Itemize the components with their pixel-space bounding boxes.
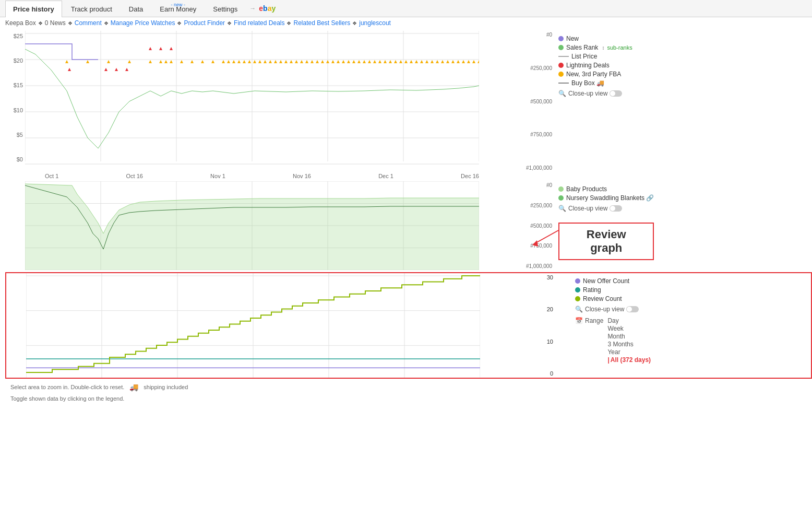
rank2-y1: #250,000 xyxy=(518,203,552,208)
legend-baby-label: Baby Products xyxy=(566,185,607,193)
tab-earn-money[interactable]: - new - Earn Money xyxy=(152,1,204,17)
salesrank-chart[interactable] xyxy=(25,181,479,270)
rank-y0: #0 xyxy=(518,32,552,38)
news-link[interactable]: 0 News xyxy=(45,19,66,27)
calendar-icon: 📅 xyxy=(575,317,583,324)
main-content: $25 $20 $15 $10 $5 $0 #0 #250,000 #50 xyxy=(0,29,812,404)
legend-rating: Rating xyxy=(575,286,651,294)
price-chart[interactable] xyxy=(25,31,479,172)
xaxis-nov16: Nov 16 xyxy=(293,173,311,179)
review-y2: 20 xyxy=(538,306,553,312)
svg-marker-1 xyxy=(532,240,538,247)
toggle2[interactable] xyxy=(610,205,622,212)
legend-buybox-label: Buy Box 🚚 xyxy=(571,79,604,87)
tab-settings[interactable]: Settings xyxy=(205,1,245,17)
price-y1: $5 xyxy=(5,132,23,138)
annotation-arrow-icon xyxy=(530,228,561,249)
range-row: 📅 Range Day Week Month 3 Months Year All… xyxy=(575,317,651,364)
footer-note: Select area to zoom in. Double-click to … xyxy=(5,381,812,393)
range-all[interactable]: All (372 days) xyxy=(607,356,651,364)
news-count: 0 xyxy=(45,19,49,27)
subranks-label[interactable]: sub-ranks xyxy=(607,44,632,51)
xaxis-dec16: Dec 16 xyxy=(461,173,479,179)
range-year[interactable]: Year xyxy=(607,348,651,356)
tab-label: Track product xyxy=(71,5,112,13)
toggle-note: Toggle shown data by clicking on the leg… xyxy=(10,395,124,402)
review-y1: 10 xyxy=(538,338,553,345)
shipping-note: shipping included xyxy=(144,384,188,390)
news-text: News xyxy=(50,19,66,27)
xaxis-oct16: Oct 16 xyxy=(126,173,143,179)
range-label: Range xyxy=(585,317,603,324)
legend-listprice: List Price xyxy=(558,53,632,60)
range-month[interactable]: Month xyxy=(607,333,651,340)
price-y3: $15 xyxy=(5,82,23,88)
tab-label: Price history xyxy=(13,5,54,13)
review-chart-wrapper: 30 20 10 0 New Offer Count Rating xyxy=(5,272,812,379)
price-y5: $25 xyxy=(5,33,23,39)
legend-reviewcount-label: Review Count xyxy=(583,295,622,302)
legend-swaddle-label: Nursery Swaddling Blankets 🔗 xyxy=(566,194,654,202)
rank-y3: #750,000 xyxy=(518,132,552,137)
footer-toggle-note: Toggle shown data by clicking on the leg… xyxy=(5,393,812,404)
tabs-bar: Price history Track product Data - new -… xyxy=(0,0,812,17)
tab-data[interactable]: Data xyxy=(121,1,151,17)
price-y2: $10 xyxy=(5,107,23,113)
xaxis-nov1: Nov 1 xyxy=(210,173,225,179)
keepabox-label: Keepa Box xyxy=(5,19,36,27)
dot-sep: ❖ xyxy=(352,20,357,26)
legend-fba: New, 3rd Party FBA xyxy=(558,71,632,78)
new-badge: - new - xyxy=(171,2,186,7)
dot-sep: ❖ xyxy=(227,20,232,26)
search-icon3: 🔍 xyxy=(575,306,583,313)
charts-area: $25 $20 $15 $10 $5 $0 #0 #250,000 #50 xyxy=(0,29,812,404)
closeup3-label[interactable]: Close-up view xyxy=(585,306,624,313)
buybox-line xyxy=(558,83,569,84)
deals-link[interactable]: Find related Deals xyxy=(234,19,284,27)
legend-new: New xyxy=(558,35,632,42)
legend-salesrank: Sales Rank ↕ sub-ranks xyxy=(558,44,632,51)
closeup2-label[interactable]: Close-up view xyxy=(568,205,607,212)
toggle1[interactable] xyxy=(610,90,622,97)
legend-buybox: Buy Box 🚚 xyxy=(558,79,632,87)
closeup1-row: 🔍 Close-up view xyxy=(558,90,632,97)
review-annotation-title: Review xyxy=(570,228,642,241)
legend-swaddle: Nursery Swaddling Blankets 🔗 xyxy=(558,194,654,202)
range-3months[interactable]: 3 Months xyxy=(607,341,651,348)
finder-link[interactable]: Product Finder xyxy=(184,19,225,27)
closeup1-label[interactable]: Close-up view xyxy=(568,90,607,97)
closeup2-row: 🔍 Close-up view xyxy=(558,205,654,212)
search-icon1: 🔍 xyxy=(558,90,566,97)
junglescout-link[interactable]: junglescout xyxy=(359,19,391,27)
review-y0: 0 xyxy=(538,370,553,377)
range-day[interactable]: Day xyxy=(607,317,651,324)
legend-lightning: Lightning Deals xyxy=(558,62,632,69)
rank-y2: #500,000 xyxy=(518,99,552,104)
rank-y4: #1,000,000 xyxy=(518,165,552,171)
price-y0: $0 xyxy=(5,156,23,162)
bestsellers-link[interactable]: Related Best Sellers xyxy=(293,19,350,27)
comment-link[interactable]: Comment xyxy=(75,19,102,27)
legend1: New Sales Rank ↕ sub-ranks List Price Li… xyxy=(558,31,632,99)
tab-track-product[interactable]: Track product xyxy=(63,1,120,17)
tab-price-history[interactable]: Price history xyxy=(5,1,62,17)
review-chart[interactable] xyxy=(26,273,480,378)
baby-dot xyxy=(558,186,564,192)
rank-y1: #250,000 xyxy=(518,65,552,71)
toggle3[interactable] xyxy=(626,306,639,312)
tab-label: Settings xyxy=(213,5,237,13)
range-week[interactable]: Week xyxy=(607,325,651,332)
price-y4: $20 xyxy=(5,57,23,64)
legend-new-label: New xyxy=(566,35,579,42)
review-y3: 30 xyxy=(538,274,553,281)
dot-sep: ❖ xyxy=(286,20,291,26)
rating-dot xyxy=(575,287,580,293)
legend-offercount-label: New Offer Count xyxy=(583,277,629,285)
review-annotation-subtitle: graph xyxy=(570,241,642,255)
manage-link[interactable]: Manage Price Watches xyxy=(111,19,175,27)
svg-line-0 xyxy=(535,230,558,243)
offercount-dot xyxy=(575,278,580,284)
dot-sep: ❖ xyxy=(104,20,109,26)
salesrank-dot xyxy=(558,45,564,50)
legend3: New Offer Count Rating Review Count 🔍 Cl… xyxy=(575,273,651,364)
